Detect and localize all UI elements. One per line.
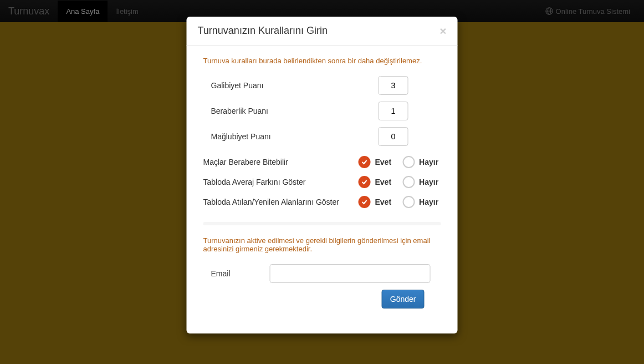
radio-group-can-draw: Evet Hayır — [359, 156, 446, 168]
modal: Turnuvanızın Kurallarını Girin × Turnuva… — [187, 17, 458, 333]
row-goal-diff: Tabloda Averaj Farkını Göster Evet Hayır — [203, 176, 441, 188]
radio-label-yes: Evet — [375, 158, 392, 166]
radio-group-goal-diff: Evet Hayır — [359, 176, 446, 188]
radio-can-draw-no[interactable] — [402, 156, 415, 168]
radio-goal-diff-yes[interactable] — [359, 176, 371, 188]
label-can-draw: Maçlar Berabere Bitebilir — [203, 158, 359, 166]
radio-goals-fa-no[interactable] — [402, 196, 415, 208]
row-goals-for-against: Tabloda Atılan/Yenilen Alanlarını Göster… — [203, 196, 441, 208]
input-draw-points[interactable] — [379, 102, 408, 120]
radio-label-yes: Evet — [375, 198, 392, 206]
label-email: Email — [203, 269, 270, 278]
radio-label-no: Hayır — [419, 178, 438, 186]
radio-group-goals-for-against: Evet Hayır — [359, 196, 446, 208]
radio-can-draw-yes[interactable] — [359, 156, 371, 168]
row-draw-points: Beraberlik Puanı — [203, 102, 441, 120]
input-email[interactable] — [270, 264, 431, 283]
label-loss-points: Mağlubiyet Puanı — [203, 132, 359, 141]
row-win-points: Galibiyet Puanı — [203, 76, 441, 95]
radio-label-no: Hayır — [419, 198, 438, 206]
modal-header: Turnuvanızın Kurallarını Girin × — [187, 17, 458, 46]
close-icon[interactable]: × — [439, 25, 446, 37]
modal-footer: Gönder — [203, 290, 441, 322]
row-can-draw: Maçlar Berabere Bitebilir Evet Hayır — [203, 156, 441, 168]
divider — [203, 222, 441, 225]
radio-label-no: Hayır — [419, 158, 438, 166]
warning-rules: Turnuva kuralları burada belirlendikten … — [203, 57, 441, 65]
row-email: Email — [203, 264, 441, 283]
warning-email: Turnuvanızın aktive edilmesi ve gerekli … — [203, 236, 441, 253]
label-goal-diff: Tabloda Averaj Farkını Göster — [203, 178, 359, 186]
submit-button[interactable]: Gönder — [382, 290, 425, 309]
label-draw-points: Beraberlik Puanı — [203, 107, 359, 115]
modal-title: Turnuvanızın Kurallarını Girin — [198, 25, 328, 37]
label-win-points: Galibiyet Puanı — [203, 81, 359, 90]
radio-goals-fa-yes[interactable] — [359, 196, 371, 208]
radio-goal-diff-no[interactable] — [402, 176, 415, 188]
modal-body: Turnuva kuralları burada belirlendikten … — [187, 46, 458, 333]
radio-label-yes: Evet — [375, 178, 392, 186]
label-goals-for-against: Tabloda Atılan/Yenilen Alanlarını Göster — [203, 198, 359, 206]
input-loss-points[interactable] — [379, 127, 408, 146]
row-loss-points: Mağlubiyet Puanı — [203, 127, 441, 146]
input-win-points[interactable] — [379, 76, 408, 95]
